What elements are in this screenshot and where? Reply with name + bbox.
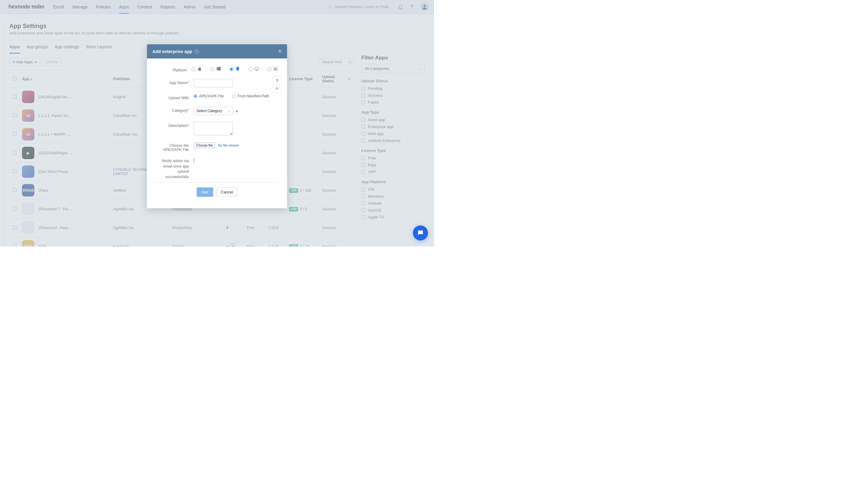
platform-option-windows[interactable] (211, 66, 221, 72)
modal-help-icon[interactable]: ? (195, 49, 199, 53)
windows-icon (216, 66, 221, 72)
add-category-button[interactable]: + (236, 108, 238, 114)
android-icon (235, 66, 240, 72)
modal-close-icon[interactable]: ✕ (278, 48, 282, 54)
category-dropdown[interactable]: Select Category ⌄ (194, 107, 233, 115)
platform-option-apple[interactable] (192, 66, 202, 72)
app-name-label: App Name* (156, 79, 194, 85)
upload-with-label: Upload With (156, 94, 194, 100)
platform-options (192, 66, 278, 72)
modal-title: Add enterprise app (152, 49, 192, 54)
notify-label: Notify admin via email once app upload s… (156, 158, 194, 179)
svg-rect-7 (256, 70, 257, 70)
notify-checkbox[interactable] (194, 158, 194, 163)
file-nochosen-text: No file chosen (218, 144, 239, 147)
appletv-icon (273, 66, 278, 72)
modal-help-action[interactable]: ? (273, 77, 282, 85)
choose-file-button[interactable]: Choose file (194, 142, 215, 148)
svg-marker-5 (276, 87, 279, 90)
upload-with-from-manifest-path[interactable]: From Manifest Path (232, 94, 269, 98)
chevron-down-icon: ⌄ (228, 109, 230, 113)
apple-icon (197, 66, 202, 72)
app-name-input[interactable] (194, 79, 233, 87)
platform-option-appletv[interactable] (268, 66, 278, 72)
modal-cancel-button[interactable]: Cancel (216, 188, 237, 197)
platform-option-macos[interactable] (248, 66, 259, 72)
category-label: Category* (156, 107, 194, 113)
modal-run-action[interactable] (273, 85, 282, 92)
upload-with-apk-xapk-file[interactable]: APK/XAPK File (194, 94, 224, 98)
platform-label: Platform (156, 66, 192, 72)
add-enterprise-app-modal: Add enterprise app ? ✕ ? Platform App Na… (147, 44, 287, 208)
file-label: Choose the APK/XAPK File (156, 143, 194, 152)
description-textarea[interactable] (194, 122, 233, 135)
modal-side-actions: ? (273, 77, 282, 93)
platform-option-android[interactable] (230, 66, 240, 72)
upload-with-options: APK/XAPK FileFrom Manifest Path (194, 94, 278, 98)
modal-add-button[interactable]: Add (196, 188, 213, 197)
description-label: Description* (156, 122, 194, 128)
macos-icon (254, 66, 259, 72)
svg-rect-6 (255, 67, 259, 70)
chat-bubble[interactable] (413, 226, 428, 240)
